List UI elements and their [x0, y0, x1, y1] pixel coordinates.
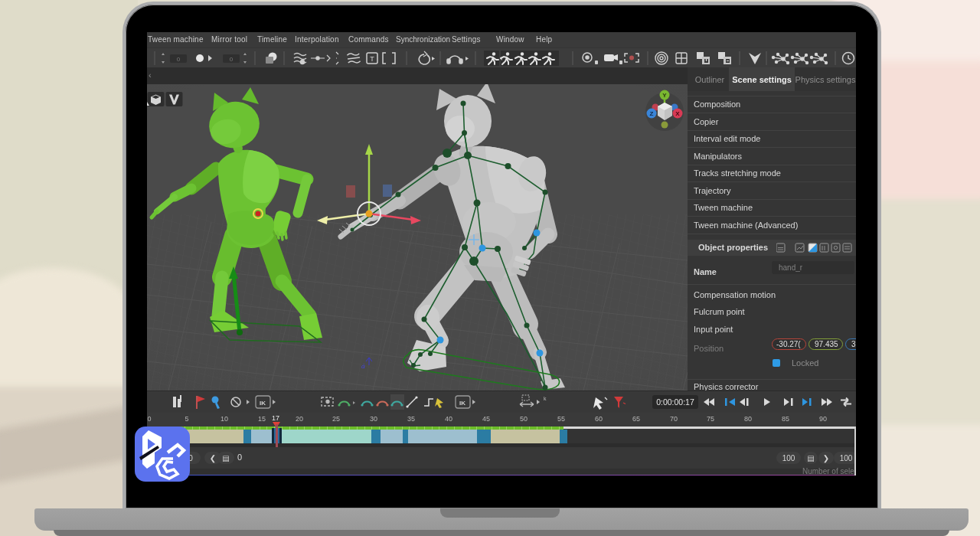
svg-text:0: 0 — [177, 56, 181, 63]
svg-text:0: 0 — [230, 56, 234, 63]
svg-text:0:00:00:17: 0:00:00:17 — [656, 397, 694, 407]
svg-text:k: k — [544, 396, 547, 401]
svg-text:IK: IK — [459, 400, 466, 407]
svg-text:Z: Z — [650, 110, 654, 117]
svg-text:Y: Y — [662, 92, 667, 99]
svg-text:IK: IK — [260, 400, 266, 407]
svg-text:T: T — [370, 55, 374, 63]
svg-text:X: X — [675, 110, 680, 117]
svg-text:𝛼̇: 𝛼̇ — [361, 363, 365, 370]
